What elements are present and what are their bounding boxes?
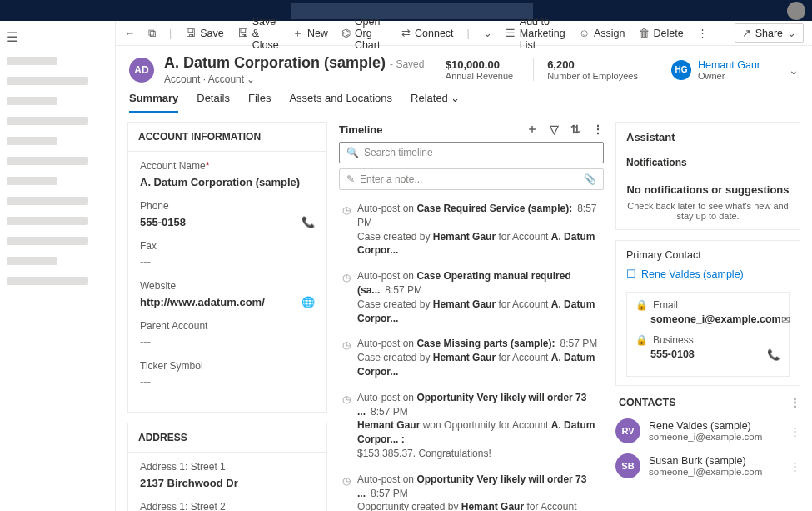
- user-avatar[interactable]: [787, 2, 805, 20]
- field-label-ticker: Ticker Symbol: [140, 360, 315, 372]
- hamburger-icon[interactable]: ☰: [7, 29, 108, 45]
- field-value-street1[interactable]: 2137 Birchwood Dr: [140, 477, 315, 489]
- delete-label: Delete: [654, 28, 684, 39]
- primary-contact-label: Primary Contact: [626, 249, 790, 261]
- connect-dropdown[interactable]: ⌄: [483, 27, 492, 39]
- timeline-note-input[interactable]: ✎ Enter a note... 📎: [339, 168, 604, 190]
- chevron-down-icon: ⌄: [247, 73, 255, 85]
- command-bar: ← ⧉ | 🖫Save 🖫Save & Close ＋New ⌬Open Org…: [116, 21, 812, 46]
- autopost-icon: ◷: [342, 338, 351, 353]
- nav-placeholder: [7, 57, 57, 65]
- timeline-add-button[interactable]: ＋: [526, 122, 538, 137]
- contact-card-icon: ☐: [626, 268, 636, 280]
- back-button[interactable]: ←: [124, 27, 135, 39]
- record-owner[interactable]: HG Hemant Gaur Owner: [658, 59, 760, 81]
- global-search-input[interactable]: [291, 3, 533, 19]
- field-value-account-name[interactable]: A. Datum Corporation (sample): [140, 176, 315, 188]
- contact-more-button[interactable]: ⋮: [790, 425, 800, 438]
- nav-placeholder: [7, 237, 88, 245]
- contact-avatar: SB: [615, 453, 640, 478]
- contact-more-button[interactable]: ⋮: [790, 460, 800, 473]
- delete-button[interactable]: 🗑Delete: [639, 27, 684, 39]
- account-info-heading: ACCOUNT INFORMATION: [128, 123, 326, 152]
- save-icon: 🖫: [185, 27, 196, 39]
- timeline-search-input[interactable]: 🔍 Search timeline: [339, 142, 604, 163]
- save-button[interactable]: 🖫Save: [185, 27, 224, 39]
- timeline-more-button[interactable]: ⋮: [592, 123, 604, 136]
- attachment-icon[interactable]: 📎: [584, 173, 596, 185]
- connect-button[interactable]: ⇄Connect: [401, 27, 454, 39]
- search-placeholder: Search timeline: [364, 147, 433, 158]
- field-value-phone[interactable]: 555-0158📞: [140, 216, 315, 228]
- tab-bar: Summary Details Files Assets and Locatio…: [116, 85, 812, 113]
- phone-icon[interactable]: 📞: [767, 348, 780, 361]
- nav-placeholder: [7, 217, 88, 225]
- field-value-website[interactable]: http://www.adatum.com/🌐: [140, 296, 315, 308]
- primary-contact-link[interactable]: ☐Rene Valdes (sample): [626, 268, 790, 280]
- timeline-item[interactable]: ◷Auto-post on Opportunity Very likely wi…: [339, 386, 604, 468]
- email-label: Email: [653, 299, 678, 311]
- timeline-item[interactable]: ◷Auto-post on Opportunity Very likely wi…: [339, 468, 604, 511]
- assign-label: Assign: [594, 28, 625, 39]
- timeline-filter-button[interactable]: ▽: [550, 123, 559, 136]
- breadcrumb[interactable]: Account · Account ⌄: [164, 73, 424, 85]
- pencil-icon: ✎: [346, 173, 355, 185]
- external-icon: ⧉: [148, 27, 156, 40]
- account-info-card: ACCOUNT INFORMATION Account Name* A. Dat…: [127, 122, 327, 413]
- owner-label: Owner: [698, 71, 760, 81]
- contact-row[interactable]: RVRene Valdes (sample)someone_i@example.…: [615, 418, 800, 443]
- connect-label: Connect: [415, 28, 454, 39]
- contact-email: someone_i@example.com: [649, 432, 762, 442]
- tab-related[interactable]: Related ⌄: [411, 92, 460, 113]
- chevron-down-icon: ⌄: [451, 92, 460, 104]
- globe-icon[interactable]: 🌐: [301, 296, 315, 308]
- field-label-street1: Address 1: Street 1: [140, 461, 315, 473]
- contact-email: someone_l@example.com: [649, 467, 762, 477]
- open-new-window-button[interactable]: ⧉: [148, 27, 156, 40]
- share-label: Share: [755, 28, 783, 39]
- chevron-down-icon: ⌄: [483, 27, 492, 39]
- contact-email[interactable]: someone_i@example.com: [650, 313, 781, 326]
- autopost-icon: ◷: [342, 393, 351, 407]
- tab-details[interactable]: Details: [197, 92, 230, 113]
- field-label-fax: Fax: [140, 240, 315, 252]
- field-label-phone: Phone: [140, 200, 315, 212]
- header-expand-chevron[interactable]: ⌄: [789, 63, 799, 77]
- field-label-website: Website: [140, 280, 315, 292]
- autopost-icon: ◷: [342, 271, 351, 285]
- assign-icon: ☺: [579, 27, 590, 39]
- new-button[interactable]: ＋New: [292, 26, 328, 41]
- assistant-heading: Assistant: [626, 131, 790, 143]
- stat-employees: 6,200 Number of Employees: [533, 58, 638, 81]
- timeline-item[interactable]: ◷Auto-post on Case Operating manual requ…: [339, 264, 604, 332]
- left-nav: ☰: [0, 21, 115, 511]
- lock-icon: 🔒: [635, 334, 648, 346]
- email-icon[interactable]: ✉: [781, 313, 790, 326]
- field-value-parent-account[interactable]: ---: [140, 336, 315, 348]
- nav-placeholder: [7, 117, 88, 125]
- assign-button[interactable]: ☺Assign: [579, 27, 625, 39]
- record-header: AD A. Datum Corporation (sample) - Saved…: [116, 46, 812, 85]
- contact-row[interactable]: SBSusan Burk (sample)someone_l@example.c…: [615, 453, 800, 478]
- account-avatar: AD: [129, 58, 154, 83]
- more-vertical-icon: ⋮: [697, 27, 708, 39]
- timeline-item[interactable]: ◷Auto-post on Case Missing parts (sample…: [339, 332, 604, 385]
- timeline-item[interactable]: ◷Auto-post on Case Required Service (sam…: [339, 197, 604, 264]
- contacts-more-button[interactable]: ⋮: [790, 396, 800, 408]
- timeline-sort-button[interactable]: ⇅: [570, 123, 580, 136]
- separator: |: [467, 28, 470, 39]
- nav-placeholder: [7, 257, 57, 265]
- search-icon: 🔍: [346, 147, 359, 158]
- business-label: Business: [653, 334, 694, 346]
- contact-phone[interactable]: 555-0108: [650, 348, 695, 361]
- tab-assets[interactable]: Assets and Locations: [289, 92, 392, 113]
- overflow-button[interactable]: ⋮: [697, 27, 708, 39]
- field-value-ticker[interactable]: ---: [140, 376, 315, 388]
- tab-files[interactable]: Files: [248, 92, 271, 113]
- share-button[interactable]: ↗Share ⌄: [735, 23, 804, 43]
- tab-summary[interactable]: Summary: [129, 92, 178, 113]
- contact-avatar: RV: [615, 418, 640, 443]
- contacts-section: CONTACTS ⋮ RVRene Valdes (sample)someone…: [615, 396, 800, 478]
- field-value-fax[interactable]: ---: [140, 256, 315, 268]
- phone-icon[interactable]: 📞: [301, 216, 315, 228]
